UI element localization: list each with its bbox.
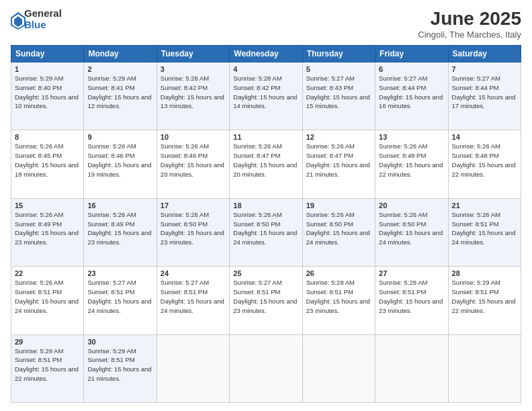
calendar-cell: 8 Sunrise: 5:26 AMSunset: 8:45 PMDayligh… bbox=[11, 130, 84, 198]
day-info: Sunrise: 5:26 AMSunset: 8:46 PMDaylight:… bbox=[87, 142, 151, 177]
calendar-cell: 21 Sunrise: 5:26 AMSunset: 8:51 PMDaylig… bbox=[448, 198, 521, 266]
calendar-cell bbox=[448, 334, 521, 402]
day-number: 16 bbox=[87, 201, 152, 210]
calendar-cell: 7 Sunrise: 5:27 AMSunset: 8:44 PMDayligh… bbox=[448, 62, 521, 130]
calendar-week-4: 22 Sunrise: 5:26 AMSunset: 8:51 PMDaylig… bbox=[11, 267, 521, 334]
day-number: 3 bbox=[161, 65, 226, 73]
calendar-cell bbox=[375, 334, 448, 402]
day-number: 20 bbox=[379, 201, 444, 210]
day-info: Sunrise: 5:29 AMSunset: 8:41 PMDaylight:… bbox=[87, 75, 151, 109]
calendar-header-row: SundayMondayTuesdayWednesdayThursdayFrid… bbox=[11, 46, 521, 62]
calendar-cell: 13 Sunrise: 5:26 AMSunset: 8:48 PMDaylig… bbox=[375, 130, 448, 198]
day-number: 2 bbox=[87, 65, 152, 73]
day-number: 4 bbox=[233, 65, 298, 73]
day-info: Sunrise: 5:27 AMSunset: 8:44 PMDaylight:… bbox=[379, 75, 443, 109]
calendar-cell bbox=[230, 334, 302, 402]
main-title: June 2025 bbox=[418, 8, 521, 30]
day-number: 27 bbox=[379, 269, 444, 277]
day-number: 25 bbox=[233, 269, 298, 277]
day-number: 10 bbox=[161, 133, 226, 141]
day-info: Sunrise: 5:26 AMSunset: 8:51 PMDaylight:… bbox=[15, 279, 79, 314]
calendar-cell: 20 Sunrise: 5:26 AMSunset: 8:50 PMDaylig… bbox=[375, 198, 448, 266]
day-info: Sunrise: 5:28 AMSunset: 8:51 PMDaylight:… bbox=[379, 279, 443, 314]
calendar-cell: 26 Sunrise: 5:28 AMSunset: 8:51 PMDaylig… bbox=[302, 267, 375, 334]
calendar-cell: 23 Sunrise: 5:27 AMSunset: 8:51 PMDaylig… bbox=[84, 267, 157, 334]
subtitle: Cingoli, The Marches, Italy bbox=[418, 30, 521, 40]
day-info: Sunrise: 5:26 AMSunset: 8:48 PMDaylight:… bbox=[379, 142, 443, 177]
day-number: 23 bbox=[87, 269, 152, 277]
calendar-cell: 15 Sunrise: 5:26 AMSunset: 8:49 PMDaylig… bbox=[11, 198, 84, 266]
day-info: Sunrise: 5:27 AMSunset: 8:51 PMDaylight:… bbox=[233, 279, 297, 314]
day-number: 24 bbox=[161, 269, 226, 277]
day-number: 17 bbox=[161, 201, 226, 210]
day-info: Sunrise: 5:26 AMSunset: 8:47 PMDaylight:… bbox=[306, 142, 370, 177]
day-number: 29 bbox=[15, 338, 80, 346]
calendar-cell: 5 Sunrise: 5:27 AMSunset: 8:43 PMDayligh… bbox=[302, 62, 375, 130]
day-number: 14 bbox=[452, 133, 517, 141]
day-number: 21 bbox=[452, 201, 517, 210]
day-info: Sunrise: 5:26 AMSunset: 8:51 PMDaylight:… bbox=[452, 211, 516, 246]
day-info: Sunrise: 5:28 AMSunset: 8:42 PMDaylight:… bbox=[233, 75, 297, 109]
day-info: Sunrise: 5:26 AMSunset: 8:49 PMDaylight:… bbox=[15, 211, 79, 246]
day-info: Sunrise: 5:27 AMSunset: 8:44 PMDaylight:… bbox=[452, 75, 516, 109]
calendar-cell: 3 Sunrise: 5:28 AMSunset: 8:42 PMDayligh… bbox=[157, 62, 229, 130]
day-number: 8 bbox=[15, 133, 80, 141]
calendar-cell: 19 Sunrise: 5:26 AMSunset: 8:50 PMDaylig… bbox=[302, 198, 375, 266]
calendar-cell: 1 Sunrise: 5:29 AMSunset: 8:40 PMDayligh… bbox=[11, 62, 84, 130]
calendar-cell: 25 Sunrise: 5:27 AMSunset: 8:51 PMDaylig… bbox=[230, 267, 302, 334]
day-info: Sunrise: 5:26 AMSunset: 8:46 PMDaylight:… bbox=[161, 142, 224, 177]
day-number: 22 bbox=[15, 269, 80, 277]
day-info: Sunrise: 5:26 AMSunset: 8:45 PMDaylight:… bbox=[15, 142, 79, 177]
calendar-cell: 17 Sunrise: 5:26 AMSunset: 8:50 PMDaylig… bbox=[157, 198, 229, 266]
calendar-table: SundayMondayTuesdayWednesdayThursdayFrid… bbox=[11, 45, 521, 403]
day-number: 1 bbox=[15, 65, 80, 73]
calendar-cell: 22 Sunrise: 5:26 AMSunset: 8:51 PMDaylig… bbox=[11, 267, 84, 334]
day-number: 7 bbox=[452, 65, 517, 73]
day-number: 15 bbox=[15, 201, 80, 210]
day-info: Sunrise: 5:29 AMSunset: 8:51 PMDaylight:… bbox=[452, 279, 516, 314]
day-number: 28 bbox=[452, 269, 517, 277]
day-info: Sunrise: 5:28 AMSunset: 8:42 PMDaylight:… bbox=[161, 75, 224, 109]
logo-blue-text: Blue bbox=[24, 19, 62, 31]
day-info: Sunrise: 5:27 AMSunset: 8:43 PMDaylight:… bbox=[306, 75, 370, 109]
day-number: 13 bbox=[379, 133, 444, 141]
calendar-cell: 4 Sunrise: 5:28 AMSunset: 8:42 PMDayligh… bbox=[230, 62, 302, 130]
day-number: 30 bbox=[87, 338, 152, 346]
logo-text: General Blue bbox=[24, 8, 62, 30]
day-info: Sunrise: 5:29 AMSunset: 8:40 PMDaylight:… bbox=[15, 75, 79, 109]
calendar-cell: 12 Sunrise: 5:26 AMSunset: 8:47 PMDaylig… bbox=[302, 130, 375, 198]
day-info: Sunrise: 5:27 AMSunset: 8:51 PMDaylight:… bbox=[161, 279, 224, 314]
day-number: 5 bbox=[306, 65, 371, 73]
day-info: Sunrise: 5:29 AMSunset: 8:51 PMDaylight:… bbox=[15, 347, 79, 382]
calendar-header-thursday: Thursday bbox=[302, 46, 375, 62]
logo: General Blue bbox=[11, 8, 62, 30]
calendar-header-saturday: Saturday bbox=[448, 46, 521, 62]
day-info: Sunrise: 5:29 AMSunset: 8:51 PMDaylight:… bbox=[87, 347, 151, 382]
day-number: 18 bbox=[233, 201, 298, 210]
calendar-week-3: 15 Sunrise: 5:26 AMSunset: 8:49 PMDaylig… bbox=[11, 198, 521, 266]
day-info: Sunrise: 5:26 AMSunset: 8:50 PMDaylight:… bbox=[379, 211, 443, 246]
day-number: 9 bbox=[87, 133, 152, 141]
calendar-cell bbox=[157, 334, 229, 402]
logo-icon bbox=[11, 12, 23, 27]
calendar-header-wednesday: Wednesday bbox=[230, 46, 302, 62]
calendar-cell: 24 Sunrise: 5:27 AMSunset: 8:51 PMDaylig… bbox=[157, 267, 229, 334]
day-number: 11 bbox=[233, 133, 298, 141]
calendar-cell: 29 Sunrise: 5:29 AMSunset: 8:51 PMDaylig… bbox=[11, 334, 84, 402]
calendar-cell: 10 Sunrise: 5:26 AMSunset: 8:46 PMDaylig… bbox=[157, 130, 229, 198]
day-number: 26 bbox=[306, 269, 371, 277]
calendar-cell: 18 Sunrise: 5:26 AMSunset: 8:50 PMDaylig… bbox=[230, 198, 302, 266]
calendar-cell: 14 Sunrise: 5:26 AMSunset: 8:48 PMDaylig… bbox=[448, 130, 521, 198]
day-number: 6 bbox=[379, 65, 444, 73]
day-info: Sunrise: 5:26 AMSunset: 8:50 PMDaylight:… bbox=[233, 211, 297, 246]
calendar-cell: 9 Sunrise: 5:26 AMSunset: 8:46 PMDayligh… bbox=[84, 130, 157, 198]
calendar-header-friday: Friday bbox=[375, 46, 448, 62]
calendar-cell: 28 Sunrise: 5:29 AMSunset: 8:51 PMDaylig… bbox=[448, 267, 521, 334]
calendar-header-monday: Monday bbox=[84, 46, 157, 62]
page: General Blue June 2025 Cingoli, The Marc… bbox=[0, 0, 532, 411]
day-info: Sunrise: 5:26 AMSunset: 8:48 PMDaylight:… bbox=[452, 142, 516, 177]
calendar-cell bbox=[302, 334, 375, 402]
day-number: 12 bbox=[306, 133, 371, 141]
calendar-cell: 11 Sunrise: 5:26 AMSunset: 8:47 PMDaylig… bbox=[230, 130, 302, 198]
day-info: Sunrise: 5:26 AMSunset: 8:47 PMDaylight:… bbox=[233, 142, 297, 177]
